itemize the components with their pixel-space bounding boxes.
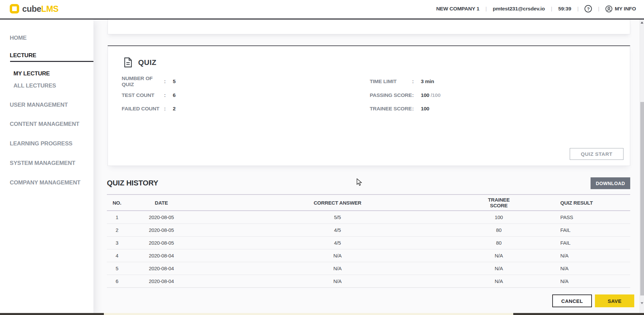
stat-label: TRAINEE SCORE bbox=[370, 106, 412, 112]
cancel-button[interactable]: CANCEL bbox=[552, 294, 592, 307]
table-cell: 5/5 bbox=[196, 211, 479, 223]
table-cell: N/A bbox=[518, 249, 630, 262]
app-logo[interactable]: cubeLMS bbox=[10, 4, 58, 14]
table-row: 12020-08-055/5100PASS bbox=[107, 211, 630, 223]
stat-value: 6 bbox=[173, 92, 175, 98]
table-cell: 2020-08-05 bbox=[127, 223, 196, 236]
sidebar-item-all-lectures[interactable]: ALL LECTURES bbox=[13, 82, 56, 89]
stat-failed-count: FAILED COUNT : 2 bbox=[122, 105, 175, 112]
sidebar-nav: HOME LECTURE MY LECTURE ALL LECTURES USE… bbox=[0, 20, 93, 315]
stat-colon: : bbox=[412, 106, 421, 112]
quiz-section-title: QUIZ bbox=[138, 58, 157, 67]
separator: | bbox=[577, 6, 578, 12]
stat-colon: : bbox=[412, 78, 421, 84]
sidebar-item-my-lecture[interactable]: MY LECTURE bbox=[13, 70, 50, 77]
my-info-button[interactable]: MY INFO bbox=[605, 5, 636, 12]
separator: | bbox=[551, 6, 552, 12]
quiz-history-table: NO. DATE CORRECT ANSWER TRAINEE SCORE QU… bbox=[107, 194, 630, 288]
sidebar-item-company-management[interactable]: COMPANY MANAGEMENT bbox=[10, 179, 80, 186]
table-cell: 2020-08-04 bbox=[127, 249, 196, 262]
sidebar-item-learning-progress[interactable]: LEARNING PROGRESS bbox=[10, 140, 72, 147]
table-cell: N/A bbox=[518, 262, 630, 275]
user-email: pmtest231@crsdev.io bbox=[493, 6, 545, 12]
quiz-start-button[interactable]: QUIZ START bbox=[570, 148, 623, 160]
download-button[interactable]: DOWNLOAD bbox=[591, 177, 630, 189]
window-bottom-edge bbox=[0, 313, 644, 315]
table-header-row: NO. DATE CORRECT ANSWER TRAINEE SCORE QU… bbox=[107, 195, 630, 211]
table-cell: 2 bbox=[107, 223, 127, 236]
stat-number-of-quiz: NUMBER OF QUIZ : 5 bbox=[122, 78, 175, 85]
table-cell: 5 bbox=[107, 262, 127, 275]
stat-trainee-score: TRAINEE SCORE : 100 bbox=[370, 105, 429, 112]
table-cell: N/A bbox=[196, 249, 479, 262]
stat-test-count: TEST COUNT : 6 bbox=[122, 92, 175, 99]
column-header-correct-answer: CORRECT ANSWER bbox=[196, 195, 479, 211]
table-cell: N/A bbox=[479, 262, 518, 275]
table-cell: PASS bbox=[518, 211, 630, 223]
logo-text-cube: cube bbox=[22, 4, 41, 13]
column-header-quiz-result: QUIZ RESULT bbox=[518, 195, 630, 211]
stat-label: FAILED COUNT bbox=[122, 106, 164, 112]
stat-value: 100 bbox=[421, 92, 429, 98]
sidebar-item-user-management[interactable]: USER MANAGEMENT bbox=[10, 102, 68, 108]
logo-text: cubeLMS bbox=[22, 4, 58, 14]
table-cell: 3 bbox=[107, 236, 127, 249]
quiz-history-title: QUIZ HISTORY bbox=[107, 179, 158, 187]
stat-value: 2 bbox=[173, 106, 175, 112]
scroll-down-arrow-icon[interactable] bbox=[641, 302, 643, 304]
table-cell: 2020-08-04 bbox=[127, 275, 196, 287]
stat-value: 5 bbox=[173, 78, 175, 84]
session-timer: 59:39 bbox=[558, 6, 571, 12]
scrollbar-thumb[interactable] bbox=[640, 102, 644, 295]
cube-logo-icon bbox=[10, 4, 19, 13]
active-section-underline bbox=[10, 61, 93, 62]
table-cell: 100 bbox=[479, 211, 518, 223]
table-row: 32020-08-054/580FAIL bbox=[107, 236, 630, 249]
mouse-cursor bbox=[357, 178, 363, 188]
table-cell: 4/5 bbox=[196, 236, 479, 249]
sidebar-item-content-management[interactable]: CONTENT MANAGEMENT bbox=[10, 121, 79, 128]
save-button[interactable]: SAVE bbox=[595, 294, 634, 307]
sidebar-item-lecture[interactable]: LECTURE bbox=[10, 52, 36, 59]
sidebar-item-home[interactable]: HOME bbox=[10, 35, 27, 41]
table-row: 42020-08-04N/AN/AN/A bbox=[107, 249, 630, 262]
stat-label: TIME LIMIT bbox=[370, 78, 412, 84]
table-cell: 1 bbox=[107, 211, 127, 223]
separator: | bbox=[598, 6, 599, 12]
table-cell: FAIL bbox=[518, 236, 630, 249]
quiz-card: QUIZ NUMBER OF QUIZ : 5 TEST COUNT : 6 F… bbox=[108, 45, 630, 166]
vertical-scrollbar[interactable] bbox=[640, 20, 644, 313]
table-cell: 80 bbox=[479, 223, 518, 236]
document-icon bbox=[124, 57, 132, 68]
stat-passing-score: PASSING SCORE : 100 /100 bbox=[370, 92, 441, 99]
previous-section-card-partial bbox=[108, 20, 630, 34]
sidebar-item-system-management[interactable]: SYSTEM MANAGEMENT bbox=[10, 160, 75, 167]
scroll-up-arrow-icon[interactable] bbox=[641, 22, 643, 24]
top-header: cubeLMS NEW COMPANY 1 | pmtest231@crsdev… bbox=[0, 0, 644, 20]
stat-value-suffix: /100 bbox=[431, 92, 440, 98]
table-cell: 4 bbox=[107, 249, 127, 262]
table-cell: FAIL bbox=[518, 223, 630, 236]
user-icon bbox=[605, 5, 612, 12]
column-header-no: NO. bbox=[107, 195, 127, 211]
table-row: 62020-08-04N/AN/AN/A bbox=[107, 275, 630, 287]
table-cell: N/A bbox=[196, 275, 479, 287]
table-cell: 4/5 bbox=[196, 223, 479, 236]
stat-value: 3 min bbox=[421, 78, 434, 84]
table-row: 22020-08-054/580FAIL bbox=[107, 223, 630, 236]
header-right-group: NEW COMPANY 1 | pmtest231@crsdev.io | 59… bbox=[436, 5, 636, 12]
help-icon[interactable]: ? bbox=[585, 5, 592, 12]
my-info-label: MY INFO bbox=[615, 6, 636, 12]
stat-label: NUMBER OF QUIZ bbox=[122, 75, 164, 88]
stat-colon: : bbox=[164, 78, 173, 84]
table-cell: N/A bbox=[518, 275, 630, 287]
table-cell: 2020-08-04 bbox=[127, 262, 196, 275]
table-cell: N/A bbox=[479, 275, 518, 287]
quiz-section-header: QUIZ bbox=[124, 57, 157, 68]
stat-label: PASSING SCORE bbox=[370, 92, 412, 98]
stat-label: TEST COUNT bbox=[122, 92, 164, 98]
table-cell: N/A bbox=[479, 249, 518, 262]
table-cell: 2020-08-05 bbox=[127, 211, 196, 223]
table-cell: 80 bbox=[479, 236, 518, 249]
quiz-history-body: 12020-08-055/5100PASS22020-08-054/580FAI… bbox=[107, 211, 630, 287]
